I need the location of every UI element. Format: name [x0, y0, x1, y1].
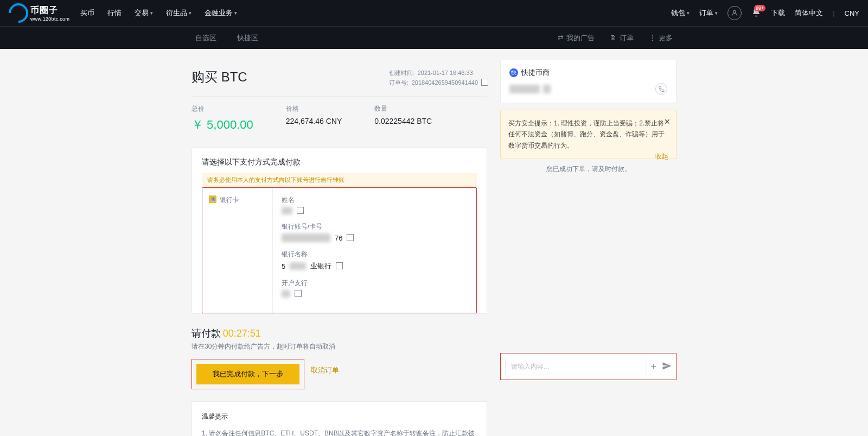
merchant-icon: 快: [509, 68, 518, 77]
nav-trade[interactable]: 交易▾: [135, 8, 153, 18]
timer-label: 请付款: [192, 328, 221, 339]
nav-currency[interactable]: CNY: [845, 9, 859, 17]
more-icon: ⋮: [649, 34, 656, 42]
link-more[interactable]: ⋮更多: [649, 33, 673, 43]
chat-input[interactable]: [505, 358, 646, 375]
payment-box: 🏦 银行卡 姓名 银行账号/卡号 76 银行名称 5业银行: [202, 187, 477, 313]
nav-left: 买币 行情 交易▾ 衍生品▾ 金融业务▾: [80, 8, 237, 18]
stat-qty-value: 0.02225442 BTC: [374, 117, 432, 125]
bank-name-label: 银行名称: [282, 250, 468, 259]
payee-name-label: 姓名: [282, 195, 468, 205]
timer-row: 请付款 00:27:51 请在30分钟内付款给广告方，超时订单将自动取消: [192, 327, 487, 351]
svg-point-0: [733, 10, 736, 13]
sub-header: 自选区 快捷区 ⇄我的广告 🗎订单 ⋮更多: [0, 26, 868, 49]
nav-wallet[interactable]: 钱包▾: [671, 8, 690, 18]
account-label: 银行账号/卡号: [282, 222, 468, 231]
bell-icon[interactable]: 99+: [751, 8, 761, 19]
send-icon[interactable]: [662, 361, 672, 372]
bank-icon: 🏦: [209, 195, 216, 203]
chat-box: +: [500, 353, 676, 380]
badge: 99+: [754, 5, 765, 11]
nav-orders[interactable]: 订单▾: [699, 8, 718, 18]
collapse-link[interactable]: 收起: [655, 151, 668, 162]
page-title: 购买 BTC: [192, 68, 247, 86]
sliders-icon: ⇄: [558, 34, 564, 42]
chevron-down-icon: ▾: [234, 10, 237, 16]
chevron-down-icon: ▾: [150, 10, 153, 16]
chevron-down-icon: ▾: [189, 10, 192, 16]
bank-name: [290, 262, 306, 270]
status-message: 您已成功下单，请及时付款。: [500, 165, 676, 174]
timer-hint: 请在30分钟内付款给广告方，超时订单将自动取消: [192, 342, 487, 351]
timer-value: 00:27:51: [223, 328, 261, 339]
close-icon[interactable]: ✕: [664, 116, 671, 129]
stat-price-label: 价格: [286, 104, 342, 113]
logo[interactable]: 币圈子 www.120btc.com: [9, 3, 69, 23]
nav-right: 钱包▾ 订单▾ 99+ 下载 简体中文 | CNY: [671, 6, 859, 20]
payment-warning: 请务必使用本人的支付方式向以下账号进行自行转账: [202, 173, 477, 187]
payee-name: [282, 207, 292, 214]
branch-label: 开户支行: [282, 279, 468, 288]
merchant-title: 快捷币商: [521, 68, 550, 78]
stat-price-value: 224,674.46 CNY: [286, 117, 342, 125]
nav-download[interactable]: 下载: [771, 8, 785, 18]
copy-icon[interactable]: [297, 208, 303, 214]
tips-card: 温馨提示 1. 请勿备注任何信息BTC、ETH、USDT、BNB以及其它数字资产…: [192, 401, 487, 436]
stat-total-value: ￥ 5,000.00: [192, 117, 253, 133]
merchant-card: 快 快捷币商: [500, 60, 676, 103]
stat-total-label: 总价: [192, 104, 253, 113]
copy-icon[interactable]: [295, 291, 301, 297]
copy-icon[interactable]: [336, 263, 342, 269]
stat-qty-label: 数量: [374, 104, 432, 113]
main: 购买 BTC 创建时间:2021-01-17 16:46:33 订单号:2018…: [0, 49, 868, 436]
payment-method[interactable]: 🏦 银行卡: [202, 188, 273, 313]
top-header: 币圈子 www.120btc.com 买币 行情 交易▾ 衍生品▾ 金融业务▾ …: [0, 0, 868, 26]
merchant-name: [509, 85, 540, 93]
security-notice: 买方安全提示：1. 理性投资，谨防上当受骗；2.禁止将任何不法资金（如赌博、跑分…: [500, 110, 676, 159]
phone-icon[interactable]: [655, 83, 667, 95]
confirm-box: 我已完成付款，下一步: [192, 359, 304, 389]
tab-ziXuan[interactable]: 自选区: [195, 33, 216, 43]
merchant-badge: [543, 85, 551, 93]
logo-cn: 币圈子: [30, 5, 69, 16]
nav-finance[interactable]: 金融业务▾: [205, 8, 237, 18]
stats: 总价 ￥ 5,000.00 价格 224,674.46 CNY 数量 0.022…: [192, 104, 487, 143]
tips-title: 温馨提示: [202, 410, 477, 423]
payment-section-title: 请选择以下支付方式完成付款: [202, 157, 477, 167]
account-value: [282, 233, 330, 242]
confirm-payment-button[interactable]: 我已完成付款，下一步: [196, 364, 299, 384]
logo-url: www.120btc.com: [30, 16, 69, 22]
nav-derivatives[interactable]: 衍生品▾: [166, 8, 192, 18]
payment-card: 请选择以下支付方式完成付款 请务必使用本人的支付方式向以下账号进行自行转账 🏦 …: [192, 147, 487, 314]
copy-icon[interactable]: [347, 235, 353, 241]
nav-quotes[interactable]: 行情: [107, 8, 122, 18]
order-meta: 创建时间:2021-01-17 16:46:33 订单号:20184042659…: [389, 68, 487, 87]
link-my-ads[interactable]: ⇄我的广告: [558, 33, 595, 43]
tip-1: 1. 请勿备注任何信息BTC、ETH、USDT、BNB以及其它数字资产名称于转账…: [202, 427, 477, 436]
plus-icon[interactable]: +: [650, 361, 656, 372]
branch-value: [282, 290, 290, 298]
tab-quick[interactable]: 快捷区: [237, 33, 258, 43]
nav-buy[interactable]: 买币: [80, 8, 94, 18]
logo-icon: [5, 0, 33, 27]
user-icon[interactable]: [727, 6, 742, 20]
link-orders[interactable]: 🗎订单: [610, 33, 634, 43]
cancel-order-button[interactable]: 取消订单: [311, 365, 339, 375]
document-icon: 🗎: [610, 34, 617, 42]
nav-lang[interactable]: 简体中文: [795, 8, 823, 18]
copy-icon[interactable]: [481, 80, 487, 86]
